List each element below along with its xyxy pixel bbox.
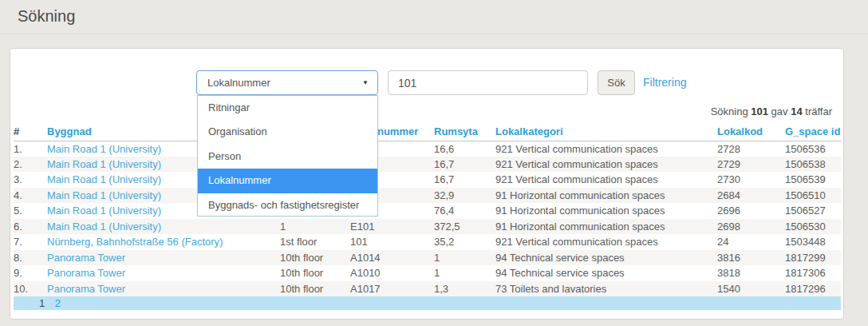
table-row: 3. Main Road 1 (University) 16,7 921 Ver… <box>14 172 841 188</box>
floor-cell: 1 <box>280 219 350 235</box>
table-row: 5. Main Road 1 (University) 76,4 91 Hori… <box>14 203 841 219</box>
lokalkategori-cell: 73 Toilets and lavatories <box>495 281 717 297</box>
rumsyta-cell: 1 <box>434 250 495 266</box>
dropdown-option-organisation[interactable]: Organisation <box>198 120 377 144</box>
lokalkod-cell: 1540 <box>717 281 785 297</box>
title-divider <box>0 34 868 34</box>
dropdown-option-person[interactable]: Person <box>198 145 377 169</box>
row-index: 3. <box>14 172 47 188</box>
summary-suffix: träffar <box>803 105 832 117</box>
building-link[interactable]: Panorama Tower <box>47 252 125 264</box>
rumsyta-cell: 16,6 <box>434 141 495 157</box>
gspace-id-cell: 1506527 <box>785 203 841 219</box>
row-index: 9. <box>14 265 47 281</box>
filtering-link[interactable]: Filtrering <box>643 76 686 89</box>
column-header-index: # <box>14 122 47 141</box>
lokalkod-cell: 2729 <box>717 157 785 173</box>
search-button[interactable]: Sök <box>598 70 635 95</box>
table-row: 4. Main Road 1 (University) 32,9 91 Hori… <box>14 188 841 204</box>
column-header-rumsyta[interactable]: Rumsyta <box>434 122 495 141</box>
search-type-dropdown: Ritningar Organisation Person Lokalnumme… <box>197 95 378 217</box>
page-title: Sökning <box>18 7 75 26</box>
building-link[interactable]: Nürnberg, Bahnhofstraße 56 (Factory) <box>47 236 223 248</box>
lokalkod-cell: 3818 <box>717 265 785 281</box>
rumsyta-cell: 1 <box>434 265 495 281</box>
gspace-id-cell: 1506530 <box>785 219 841 235</box>
table-row: 7. Nürnberg, Bahnhofstraße 56 (Factory) … <box>14 234 841 250</box>
summary-middle: gav <box>768 105 791 117</box>
building-link[interactable]: Panorama Tower <box>47 283 125 295</box>
chevron-down-icon: ▼ <box>362 71 369 94</box>
lokalkategori-cell: 921 Vertical communication spaces <box>495 141 717 157</box>
lokalkategori-cell: 921 Vertical communication spaces <box>495 157 717 173</box>
building-link[interactable]: Main Road 1 (University) <box>47 189 161 201</box>
gspace-id-cell: 1817299 <box>785 250 841 266</box>
gspace-id-cell: 1817296 <box>785 281 841 297</box>
lokalkod-cell: 2728 <box>717 141 785 157</box>
floor-cell: 10th floor <box>280 265 350 281</box>
pagination-page-2[interactable]: 2 <box>55 297 61 309</box>
dropdown-option-lokalnummer[interactable]: Lokalnummer <box>198 169 377 193</box>
gspace-id-cell: 1503448 <box>785 234 841 250</box>
column-header-lokalkategori[interactable]: Lokalkategori <box>495 122 717 141</box>
column-header-lokalkod[interactable]: Lokalkod <box>717 122 785 141</box>
column-header-gspace-id[interactable]: G_space id <box>785 122 841 141</box>
row-index: 4. <box>14 188 47 204</box>
search-input[interactable] <box>388 70 588 95</box>
row-index: 6. <box>14 219 47 235</box>
results-summary: Sökning 101 gav 14 träffar <box>711 105 832 117</box>
rumsyta-cell: 372,5 <box>434 219 495 235</box>
table-row: 9. Panorama Tower 10th floor A1010 1 94 … <box>14 265 841 281</box>
lokalkategori-cell: 921 Vertical communication spaces <box>495 172 717 188</box>
table-row: 2. Main Road 1 (University) 16,7 921 Ver… <box>14 157 841 173</box>
building-link[interactable]: Main Road 1 (University) <box>47 221 161 233</box>
floor-cell: 1st floor <box>280 234 350 250</box>
lokalnummer-cell: A1014 <box>350 250 434 266</box>
gspace-id-cell: 1506510 <box>785 188 841 204</box>
lokalkategori-cell: 91 Horizontal communication spaces <box>495 203 717 219</box>
lokalkod-cell: 2698 <box>717 219 785 235</box>
lokalnummer-cell: E101 <box>350 219 434 235</box>
search-panel: Lokalnummer ▼ Sök Filtrering Sökning 101… <box>10 48 844 320</box>
lokalkod-cell: 3816 <box>717 250 785 266</box>
search-type-select-value: Lokalnummer <box>207 77 270 89</box>
lokalnummer-cell: A1010 <box>350 265 434 281</box>
lokalkategori-cell: 921 Vertical communication spaces <box>495 234 717 250</box>
building-link[interactable]: Main Road 1 (University) <box>47 143 161 155</box>
summary-prefix: Sökning <box>711 105 752 117</box>
lokalkategori-cell: 91 Horizontal communication spaces <box>495 219 717 235</box>
lokalkategori-cell: 94 Technical service spaces <box>495 265 717 281</box>
lokalkod-cell: 2730 <box>717 172 785 188</box>
table-row: 6. Main Road 1 (University) 1 E101 372,5… <box>14 219 841 235</box>
rumsyta-cell: 1,3 <box>434 281 495 297</box>
table-row: 8. Panorama Tower 10th floor A1014 1 94 … <box>14 250 841 266</box>
row-index: 10. <box>14 281 47 297</box>
rumsyta-cell: 32,9 <box>434 188 495 204</box>
building-link[interactable]: Panorama Tower <box>47 267 125 279</box>
gspace-id-cell: 1506538 <box>785 157 841 173</box>
dropdown-option-byggnadsregister[interactable]: Byggnads- och fastighetsregister <box>198 193 377 217</box>
table-row: 1. Main Road 1 (University) 16,6 921 Ver… <box>14 141 841 157</box>
rumsyta-cell: 16,7 <box>434 157 495 173</box>
floor-cell: 10th floor <box>280 281 350 297</box>
rumsyta-cell: 35,2 <box>434 234 495 250</box>
table-header-row: # Byggnad Lokalnummer Rumsyta Lokalkateg… <box>14 122 841 141</box>
row-index: 5. <box>14 203 47 219</box>
gspace-id-cell: 1506539 <box>785 172 841 188</box>
dropdown-option-ritningar[interactable]: Ritningar <box>198 96 377 120</box>
building-link[interactable]: Main Road 1 (University) <box>47 173 161 185</box>
row-index: 1. <box>14 141 47 157</box>
lokalkategori-cell: 94 Technical service spaces <box>495 250 717 266</box>
lokalkod-cell: 24 <box>717 234 785 250</box>
building-link[interactable]: Main Road 1 (University) <box>47 158 161 170</box>
pagination-page-1[interactable]: 1 <box>39 297 45 309</box>
building-link[interactable]: Main Road 1 (University) <box>47 205 161 217</box>
gspace-id-cell: 1817306 <box>785 265 841 281</box>
lokalkod-cell: 2684 <box>717 188 785 204</box>
row-index: 8. <box>14 250 47 266</box>
lokalnummer-cell: 101 <box>350 234 434 250</box>
lokalnummer-cell: A1017 <box>350 281 434 297</box>
rumsyta-cell: 76,4 <box>434 203 495 219</box>
search-type-select[interactable]: Lokalnummer ▼ <box>196 70 378 95</box>
floor-cell: 10th floor <box>280 250 350 266</box>
